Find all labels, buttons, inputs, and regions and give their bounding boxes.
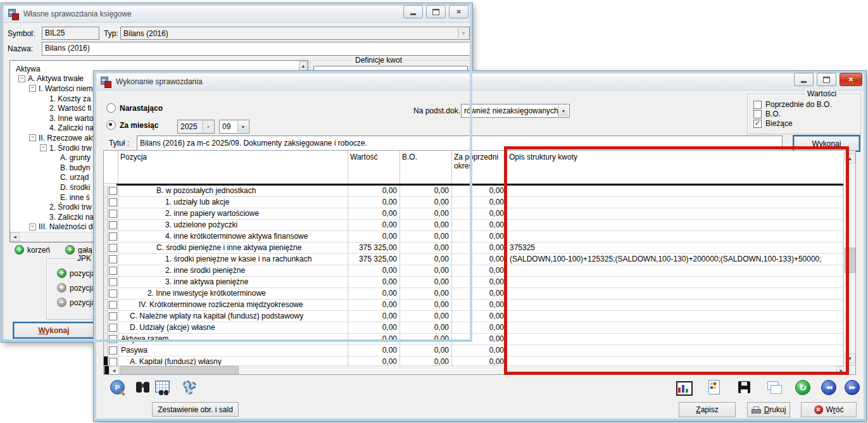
checkbox-icon[interactable] xyxy=(109,232,117,241)
checkbox-icon[interactable] xyxy=(109,278,117,286)
scroll-up-icon[interactable]: ▲ xyxy=(299,61,307,71)
gears-icon[interactable] xyxy=(182,379,199,396)
col-header-pozycja[interactable]: Pozycja xyxy=(118,151,348,184)
table-row[interactable]: 4. inne krótkoterminowe aktywa finansowe… xyxy=(104,231,843,243)
pozycja-button[interactable]: + pozycja xyxy=(57,268,96,278)
drukuj-button[interactable]: Drukuj xyxy=(747,402,790,417)
zestawienie-button[interactable]: Zestawienie obr. i sald xyxy=(152,402,239,417)
tytul-input[interactable]: Bilans (2016) za m-c 2025/09. Dokumenty … xyxy=(137,136,783,151)
scroll-up-icon[interactable]: ▲ xyxy=(845,153,855,163)
wartosci-checkbox[interactable]: B.O. xyxy=(753,110,781,118)
save-floppy-icon[interactable] xyxy=(737,379,753,396)
copy-windows-icon[interactable] xyxy=(766,379,783,396)
collapse-icon[interactable] xyxy=(29,224,36,230)
bg-wykonaj-button[interactable]: Wykonaj xyxy=(13,322,95,339)
chevron-down-icon[interactable]: ▼ xyxy=(237,121,248,132)
row-checkbox-cell[interactable] xyxy=(108,265,118,277)
first-record-icon[interactable]: ◀◀ xyxy=(821,379,837,396)
collapse-icon[interactable] xyxy=(40,144,47,151)
report-icon[interactable] xyxy=(706,379,722,396)
table-vscrollbar[interactable]: ▲ ▼ xyxy=(843,151,856,365)
year-select[interactable]: 2025 ▼ xyxy=(177,120,215,134)
table-row[interactable]: 2. inne papiery wartościowe 0,00 0,00 0,… xyxy=(104,208,843,220)
typ-combobox[interactable]: Bilans (2016) ▼ xyxy=(120,27,470,40)
chevron-down-icon[interactable]: ▼ xyxy=(203,121,213,132)
checkbox-icon[interactable] xyxy=(109,255,117,263)
narastajaco-radio[interactable]: Narastająco xyxy=(106,103,163,113)
row-checkbox-cell[interactable] xyxy=(108,288,118,300)
chevron-down-icon[interactable]: ▼ xyxy=(458,28,469,39)
checkbox-icon[interactable] xyxy=(109,301,117,309)
na-podst-select[interactable]: również niezaksięgowanych ▼ xyxy=(461,104,570,118)
row-checkbox-cell[interactable] xyxy=(108,345,118,357)
checkbox-icon[interactable] xyxy=(109,210,117,218)
col-header-opis[interactable]: Opis struktury kwoty xyxy=(507,151,843,184)
table-row[interactable]: 3. udzielone pożyczki 0,00 0,00 0,00 xyxy=(104,220,843,231)
row-checkbox-cell[interactable] xyxy=(108,300,118,311)
table-row[interactable]: 1. udziały lub akcje 0,00 0,00 0,00 xyxy=(104,197,843,208)
table-row[interactable]: 3. inne aktywa pieniężne 0,00 0,00 0,00 xyxy=(104,277,843,288)
table-row[interactable]: 2. inne środki pieniężne 0,00 0,00 0,00 xyxy=(104,265,843,277)
za-miesiac-radio[interactable]: Za miesiąc xyxy=(106,120,158,130)
symbol-input[interactable]: BIL25 xyxy=(42,27,99,40)
row-checkbox-cell[interactable] xyxy=(108,231,118,243)
table-row[interactable]: C. Należne wpłaty na kapitał (fundusz) p… xyxy=(104,311,843,322)
checkbox-icon[interactable] xyxy=(109,324,117,332)
table-row[interactable]: Pasywa 0,00 0,00 0,00 xyxy=(104,345,843,357)
table-row[interactable]: IV. Krótkoterminowe rozliczenia międzyok… xyxy=(104,300,843,311)
table-row[interactable]: D. Udziały (akcje) własne 0,00 0,00 0,00 xyxy=(104,322,843,334)
row-checkbox-cell[interactable] xyxy=(108,334,118,345)
checkbox-icon[interactable] xyxy=(109,346,117,355)
col-header-bo[interactable]: B.O. xyxy=(400,151,452,184)
nazwa-input[interactable]: Bilans (2016) xyxy=(42,42,471,56)
row-checkbox-cell[interactable] xyxy=(108,254,118,265)
col-header-wartosc[interactable]: Wartość xyxy=(348,151,400,184)
fg-restore-button[interactable] xyxy=(817,73,836,86)
galaz-button[interactable]: + gałą xyxy=(65,245,92,255)
wartosci-checkbox[interactable]: Bieżące xyxy=(753,119,793,128)
month-select[interactable]: 09 ▼ xyxy=(219,120,249,134)
fg-wykonaj-button[interactable]: Wykonaj xyxy=(793,135,860,152)
binoculars-icon[interactable] xyxy=(135,379,151,396)
checkbox-icon[interactable] xyxy=(753,101,762,109)
radio-selected-icon[interactable] xyxy=(106,120,116,130)
checkbox-icon[interactable] xyxy=(109,221,117,229)
bg-minimize-button[interactable] xyxy=(403,5,423,18)
fg-close-button[interactable]: ✕ xyxy=(840,73,862,86)
checkbox-icon[interactable] xyxy=(753,120,762,128)
scroll-left-icon[interactable]: ◄ xyxy=(109,366,119,375)
table-row[interactable]: 2. Inne inwestycje krótkoterminowe 0,00 … xyxy=(104,288,843,300)
row-checkbox-cell[interactable] xyxy=(108,208,118,220)
checkbox-icon[interactable] xyxy=(109,289,117,298)
table-hscrollbar[interactable]: ◄ ► xyxy=(104,365,856,375)
row-checkbox-cell[interactable] xyxy=(108,277,118,288)
bg-titlebar[interactable]: Własne sprawozdania księgowe xyxy=(4,6,470,23)
radio-icon[interactable] xyxy=(106,103,116,113)
fg-titlebar[interactable]: Wykonanie sprawozdania xyxy=(96,73,864,91)
checkbox-icon[interactable] xyxy=(109,198,117,206)
pozycja-button[interactable]: − pozycja xyxy=(57,298,96,307)
last-record-icon[interactable]: ▶▶ xyxy=(844,379,860,396)
vscroll-thumb[interactable] xyxy=(845,248,855,273)
bar-chart-icon[interactable] xyxy=(676,379,692,396)
row-checkbox-cell[interactable] xyxy=(108,311,118,322)
hscroll-thumb[interactable] xyxy=(120,366,239,375)
scroll-down-icon[interactable]: ▼ xyxy=(845,353,855,363)
chevron-down-icon[interactable]: ▼ xyxy=(558,105,569,117)
collapse-icon[interactable] xyxy=(29,85,36,92)
collapse-icon[interactable] xyxy=(18,75,25,82)
collapse-icon[interactable] xyxy=(29,134,36,141)
pozycja-button[interactable]: + pozycja xyxy=(57,283,96,293)
table-search-icon[interactable] xyxy=(154,379,171,396)
preview-magnifier-icon[interactable]: P xyxy=(110,379,126,396)
fg-minimize-button[interactable] xyxy=(794,73,814,86)
bg-restore-button[interactable] xyxy=(426,5,446,18)
table-row[interactable]: C. środki pieniężne i inne aktywa pienię… xyxy=(104,243,843,254)
col-header-za-poprzedni[interactable]: Za poprzedni okres xyxy=(452,151,507,184)
checkbox-icon[interactable] xyxy=(109,335,117,343)
scroll-right-icon[interactable]: ► xyxy=(836,366,846,375)
scroll-left-icon[interactable]: ◄ xyxy=(10,232,20,241)
table-row[interactable]: 1. środki pieniężne w kasie i na rachunk… xyxy=(104,254,843,265)
row-checkbox-cell[interactable] xyxy=(108,243,118,254)
checkbox-icon[interactable] xyxy=(109,267,117,275)
